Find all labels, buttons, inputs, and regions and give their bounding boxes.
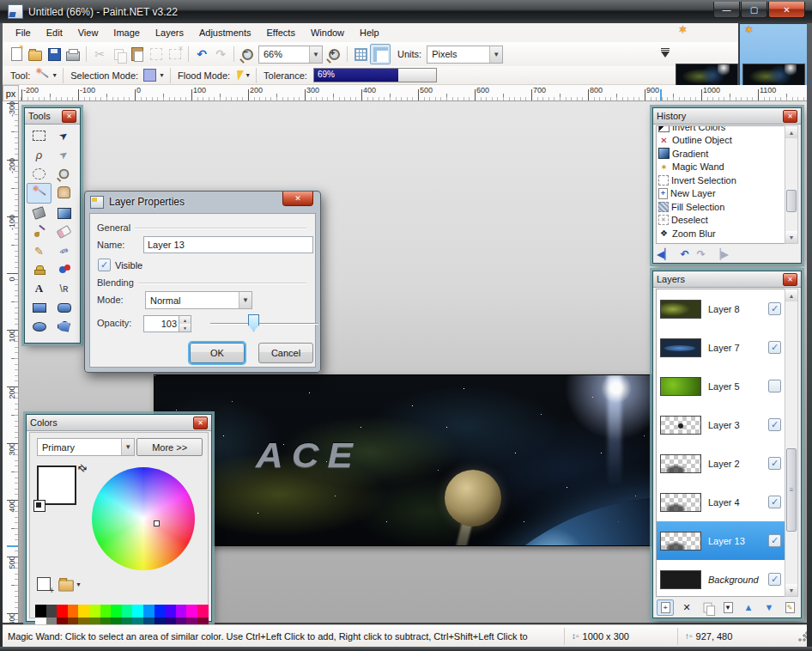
layer-row-layer-8[interactable]: Layer 8✓ [657, 289, 785, 328]
history-item[interactable]: ✶Magic Wand [657, 161, 785, 174]
layer-visible-checkbox[interactable]: ✓ [768, 341, 781, 354]
history-palette-titlebar[interactable]: History ✕ [653, 108, 801, 125]
open-button[interactable] [26, 45, 45, 64]
visible-checkbox[interactable]: ✓ [98, 259, 111, 271]
color-swatch[interactable] [100, 605, 112, 618]
tool-line-curve-button[interactable]: \ʀ [52, 279, 76, 298]
tool-ellipse-select-button[interactable] [27, 164, 52, 183]
menu-edit[interactable]: Edit [39, 25, 70, 40]
move-layer-down-button[interactable]: ▼ [761, 600, 777, 615]
color-swatch[interactable] [122, 605, 133, 618]
history-item[interactable]: Fill Selection [657, 200, 785, 214]
tool-zoom-button[interactable] [52, 164, 76, 183]
history-item[interactable]: ❖Zoom Blur [657, 227, 785, 240]
blend-mode-select[interactable]: Normal ▼ [145, 291, 252, 309]
color-swatch[interactable] [186, 605, 197, 618]
color-swatch[interactable] [57, 605, 68, 618]
tool-paintbrush-button[interactable] [27, 222, 52, 241]
colors-close-icon[interactable]: ✕ [193, 417, 208, 429]
layers-palette-titlebar[interactable]: Layers ✕ [653, 271, 801, 288]
history-rewind-button[interactable]: ◀▏ [657, 248, 672, 260]
opacity-slider-thumb[interactable] [248, 314, 259, 332]
history-item[interactable]: Gradient [657, 147, 785, 161]
scroll-up-icon[interactable]: ▲ [785, 289, 797, 301]
color-swatch[interactable] [176, 605, 187, 618]
menu-window[interactable]: Window [303, 25, 352, 40]
history-item[interactable]: +New Layer [657, 187, 785, 201]
minimize-button[interactable]: — [713, 2, 740, 18]
add-color-icon[interactable] [37, 577, 51, 591]
spinner-arrows[interactable]: ▲▼ [179, 316, 191, 332]
delete-layer-button[interactable]: ✕ [679, 600, 694, 615]
close-button[interactable]: ✕ [768, 2, 805, 18]
tool-freeform-shape-button[interactable] [52, 317, 76, 336]
scroll-down-icon[interactable]: ▼ [785, 231, 797, 243]
layer-row-layer-7[interactable]: Layer 7✓ [657, 328, 785, 367]
layer-visible-checkbox[interactable]: ✓ [768, 457, 781, 470]
layer-row-background[interactable]: Background✓ [657, 560, 785, 597]
crop-button[interactable] [147, 45, 166, 64]
layer-visible-checkbox[interactable] [768, 380, 781, 392]
tool-pan-button[interactable] [52, 183, 76, 202]
tools-close-icon[interactable]: ✕ [62, 110, 76, 123]
layers-scrollbar[interactable]: ▲ ≡ ▼ [785, 289, 798, 597]
scroll-up-icon[interactable]: ▲ [785, 126, 797, 138]
color-swatch[interactable] [111, 605, 122, 618]
colors-palette-titlebar[interactable]: Colors ✕ [27, 415, 211, 431]
tool-recolor-button[interactable] [52, 260, 76, 279]
tool-text-button[interactable]: A [27, 279, 52, 298]
image-tab-thumbnail-active[interactable] [742, 64, 805, 87]
duplicate-layer-button[interactable] [700, 600, 715, 615]
color-swatch[interactable] [197, 605, 209, 618]
tool-paint-bucket-button[interactable] [27, 204, 52, 222]
deselect-button[interactable] [166, 45, 185, 64]
undo-button[interactable]: ↶ [192, 45, 211, 64]
color-wheel-selector[interactable] [154, 520, 160, 526]
merge-down-button[interactable]: ▼ [720, 600, 736, 615]
layer-row-layer-2[interactable]: Layer 2✓ [657, 444, 785, 483]
tool-rounded-rectangle-button[interactable] [52, 298, 76, 317]
layer-row-layer-13[interactable]: Layer 13✓ [657, 521, 785, 560]
new-button[interactable] [7, 45, 26, 64]
units-select[interactable]: Pixels▼ [427, 46, 503, 64]
zoomin-button[interactable] [324, 45, 343, 64]
menu-image[interactable]: Image [106, 25, 148, 40]
tool-pencil-button[interactable]: ✎ [27, 241, 52, 260]
history-scroll-thumb[interactable] [786, 190, 797, 212]
history-redo-button[interactable]: ↷ [697, 248, 706, 260]
color-swatch[interactable] [78, 605, 89, 618]
cut-button[interactable]: ✂ [90, 45, 109, 64]
layers-close-icon[interactable]: ✕ [783, 273, 797, 286]
history-fast-forward-button[interactable]: ▕▶ [713, 248, 729, 260]
tool-color-picker-button[interactable]: ✎ [52, 241, 76, 260]
move-layer-up-button[interactable]: ▲ [741, 600, 756, 615]
history-item[interactable]: Invert Selection [657, 173, 785, 187]
copy-button[interactable] [109, 45, 128, 64]
more-button[interactable]: More >> [136, 438, 203, 456]
menu-layers[interactable]: Layers [148, 25, 191, 40]
tool-lasso-select-button[interactable]: ρ [27, 145, 52, 164]
dialog-close-button[interactable]: ✕ [282, 192, 313, 206]
image-tab-thumbnail[interactable] [676, 64, 738, 87]
history-undo-button[interactable]: ↶ [680, 248, 688, 260]
ruler-button[interactable] [370, 44, 391, 64]
tool-eraser-button[interactable] [52, 222, 76, 241]
layer-visible-checkbox[interactable]: ✓ [768, 573, 781, 586]
color-toggle-icon[interactable] [33, 500, 45, 512]
tool-move-selection-button[interactable]: ➤ [52, 145, 76, 164]
opacity-spinner[interactable]: 103 ▲▼ [143, 315, 191, 332]
menu-view[interactable]: View [70, 25, 106, 40]
title-bar[interactable]: Untitled (66%) - Paint.NET v3.22 — ▢ ✕ [0, 0, 812, 23]
layer-visible-checkbox[interactable]: ✓ [768, 534, 781, 547]
color-swatch[interactable] [68, 605, 79, 618]
tolerance-slider[interactable]: 69% [313, 68, 437, 82]
color-swatch[interactable] [165, 605, 176, 618]
scroll-down-icon[interactable]: ▼ [785, 584, 797, 596]
menu-file[interactable]: File [8, 25, 39, 40]
tool-rectangle-button[interactable] [27, 298, 52, 317]
add-layer-button[interactable]: + [657, 599, 674, 616]
menu-effects[interactable]: Effects [259, 25, 303, 40]
color-target-select[interactable]: Primary ▼ [37, 438, 135, 456]
layer-properties-button[interactable]: ✎ [782, 600, 797, 615]
selection-mode-button[interactable]: ▼ [142, 68, 167, 82]
